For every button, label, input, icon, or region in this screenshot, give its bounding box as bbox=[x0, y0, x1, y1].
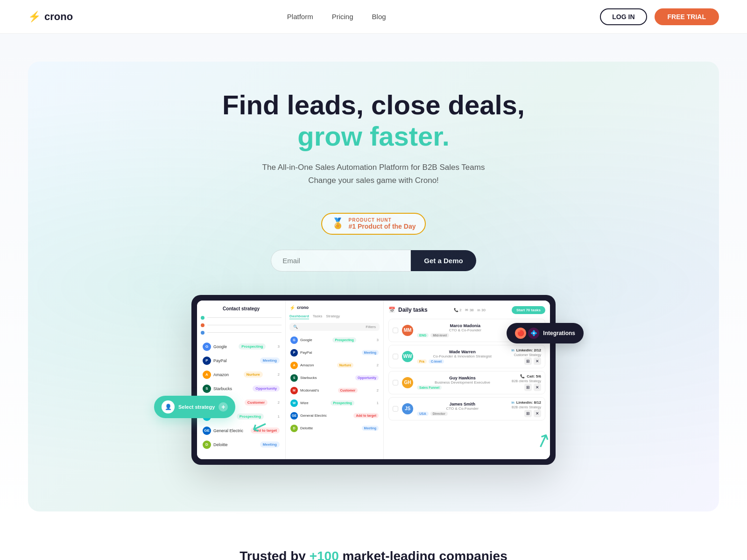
crono-logo-small: ⚡ crono bbox=[289, 305, 309, 310]
login-button[interactable]: LOG IN bbox=[600, 8, 647, 25]
start-tasks-button[interactable]: Start 70 tasks bbox=[512, 306, 545, 314]
logo[interactable]: ⚡ crono bbox=[28, 11, 73, 23]
task-checkbox[interactable] bbox=[393, 354, 398, 359]
avatar: P bbox=[290, 349, 298, 357]
avatar: M bbox=[290, 387, 298, 394]
tasks-header: 📅 Daily tasks 📞 2 ✉ 38 in 30 Start 70 ta… bbox=[388, 306, 545, 314]
mockup-section: 👤 Select strategy + 🔴 💠 Integrations ↙ ↗ bbox=[37, 295, 710, 493]
dashboard-tabs: Dashboard Tasks Strategy bbox=[289, 314, 380, 319]
navbar: ⚡ crono Platform Pricing Blog LOG IN FRE… bbox=[0, 0, 747, 34]
avatar: A bbox=[203, 371, 211, 379]
list-item: AAmazon Nurture 2 bbox=[201, 368, 282, 381]
dot-3 bbox=[201, 331, 204, 335]
avatar: GH bbox=[402, 377, 413, 388]
avatar: W bbox=[290, 399, 298, 407]
hero-headline: Find leads, close deals, grow faster. bbox=[37, 90, 710, 152]
float-select-strategy: 👤 Select strategy + bbox=[154, 396, 235, 418]
close-icon: ✕ bbox=[534, 384, 541, 391]
close-icon: ✕ bbox=[534, 357, 541, 365]
list-item: DDeloitte Meeting bbox=[201, 438, 282, 451]
free-trial-button[interactable]: FREE TRIAL bbox=[655, 8, 719, 25]
avatar: D bbox=[203, 441, 211, 449]
task-checkbox[interactable] bbox=[393, 328, 398, 333]
task-checkbox[interactable] bbox=[393, 406, 398, 412]
medal-icon: 🏅 bbox=[331, 217, 344, 230]
nav-link-platform[interactable]: Platform bbox=[287, 13, 313, 21]
list-item: GGoogle Prospecting 3 bbox=[289, 335, 380, 346]
plus-icon: + bbox=[218, 402, 228, 412]
email-input[interactable] bbox=[271, 250, 411, 272]
float-integrations: 🔴 💠 Integrations bbox=[507, 323, 584, 343]
list-item: SStarbucks Opportunity bbox=[289, 372, 380, 384]
slack-icon: 💠 bbox=[528, 328, 539, 339]
task-row: JS James Smith CTO & Co-Founder USA Dire… bbox=[388, 397, 545, 420]
avatar: D bbox=[290, 425, 298, 432]
hero-headline-part1: Find leads, close deals, bbox=[222, 90, 525, 120]
nav-link-blog[interactable]: Blog bbox=[372, 13, 386, 21]
device-screen: Contact strategy GGoogle Prospecting bbox=[197, 301, 550, 459]
search-icon: 🔍 bbox=[293, 325, 298, 329]
panel-dashboard: ⚡ crono Dashboard Tasks Strategy 🔍 bbox=[286, 301, 384, 459]
list-item: PPayPal Meeting bbox=[201, 354, 282, 367]
ph-title: #1 Product of the Day bbox=[349, 223, 416, 230]
avatar: JS bbox=[402, 403, 413, 414]
list-item: GEGeneral Electric Add to target bbox=[201, 424, 282, 437]
strategy-avatar: 👤 bbox=[162, 400, 175, 413]
list-item: MMcdonald's Customer 2 bbox=[289, 385, 380, 396]
task-checkbox[interactable] bbox=[393, 380, 398, 385]
hero-background: Find leads, close deals, grow faster. Th… bbox=[28, 62, 719, 511]
strategy-label: Select strategy bbox=[178, 404, 215, 410]
panel-contact-strategy: Contact strategy GGoogle Prospecting bbox=[197, 301, 286, 459]
nav-link-pricing[interactable]: Pricing bbox=[332, 13, 353, 21]
get-demo-button[interactable]: Get a Demo bbox=[411, 250, 476, 271]
dot-1 bbox=[201, 316, 204, 320]
action-icon: ⊞ bbox=[524, 410, 532, 417]
list-item: GEGeneral Electric Add to target bbox=[289, 410, 380, 421]
dot-2 bbox=[201, 323, 204, 327]
nav-links: Platform Pricing Blog bbox=[287, 13, 386, 21]
avatar: MM bbox=[402, 325, 413, 336]
logo-icon: ⚡ bbox=[28, 11, 41, 23]
task-row: GH Guy Hawkins Business Development Exec… bbox=[388, 371, 545, 394]
integration-icons: 🔴 💠 bbox=[515, 328, 539, 339]
list-item: AAmazon Nurture 2 bbox=[289, 360, 380, 371]
avatar: GE bbox=[203, 427, 211, 435]
tasks-stats: 📞 2 ✉ 38 in 30 bbox=[454, 308, 486, 312]
trusted-title: Trusted by +100 market-leading companies bbox=[9, 549, 738, 560]
hubspot-icon: 🔴 bbox=[515, 328, 526, 339]
nav-actions: LOG IN FREE TRIAL bbox=[600, 8, 719, 25]
ph-label: PRODUCT HUNT bbox=[349, 217, 416, 223]
hero-headline-part2: grow faster. bbox=[297, 121, 450, 151]
logo-text: crono bbox=[44, 11, 73, 23]
hero-subtext: The All-in-One Sales Automation Platform… bbox=[37, 161, 710, 186]
dashboard-header: ⚡ crono bbox=[289, 305, 380, 310]
list-item: GGoogle Prospecting 3 bbox=[201, 340, 282, 353]
list-item: SStarbucks Opportunity bbox=[201, 382, 282, 395]
search-bar: 🔍 Filters bbox=[289, 323, 380, 331]
avatar: S bbox=[203, 385, 211, 393]
integrations-label: Integrations bbox=[543, 330, 575, 336]
trusted-section: Trusted by +100 market-leading companies bbox=[0, 521, 747, 560]
task-row: WW Wade Warren Co-Founder & Innovation S… bbox=[388, 345, 545, 368]
list-item: WWize Prospecting 1 bbox=[289, 398, 380, 409]
mockup-wrapper: 👤 Select strategy + 🔴 💠 Integrations ↙ ↗ bbox=[191, 295, 556, 465]
close-icon: ✕ bbox=[534, 410, 541, 417]
avatar: S bbox=[290, 374, 298, 382]
avatar: GE bbox=[290, 412, 298, 420]
product-hunt-badge: 🏅 PRODUCT HUNT #1 Product of the Day bbox=[321, 213, 426, 235]
list-item: DDeloitte Meeting bbox=[289, 423, 380, 434]
calendar-icon: 📅 bbox=[388, 307, 395, 313]
device-frame: Contact strategy GGoogle Prospecting bbox=[191, 295, 556, 465]
list-item: PPayPal Meeting bbox=[289, 347, 380, 358]
avatar: G bbox=[203, 343, 211, 351]
strategy-dots bbox=[201, 316, 282, 335]
hero-form: Get a Demo bbox=[37, 250, 710, 272]
action-icon: ⊞ bbox=[524, 357, 532, 365]
panel-left-title: Contact strategy bbox=[201, 306, 282, 311]
avatar: P bbox=[203, 357, 211, 365]
action-icon: ⊞ bbox=[524, 384, 532, 391]
avatar: WW bbox=[402, 351, 413, 362]
avatar: A bbox=[290, 362, 298, 369]
tasks-title: Daily tasks bbox=[398, 307, 428, 313]
hero-section: Find leads, close deals, grow faster. Th… bbox=[0, 34, 747, 521]
